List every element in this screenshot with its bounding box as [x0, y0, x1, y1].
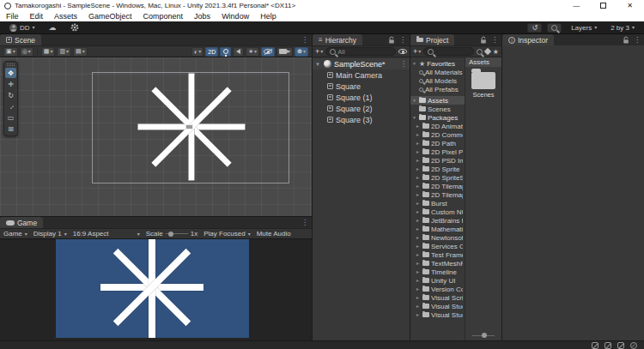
package-row[interactable]: ► 2D Tilemap Editor [410, 182, 465, 190]
menu-item[interactable]: Assets [54, 12, 77, 21]
expand-arrow-icon[interactable]: ► [416, 209, 421, 214]
camera-gizmo-icon[interactable] [185, 124, 193, 129]
expand-arrow-icon[interactable]: ▼ [412, 115, 417, 120]
package-row[interactable]: ► Timeline [410, 268, 465, 276]
tab-game[interactable]: Game [0, 217, 43, 228]
hierarchy-item[interactable]: Square [313, 81, 410, 92]
lock-icon[interactable] [388, 36, 395, 45]
close-button[interactable]: ✕ [627, 3, 633, 9]
global-search-button[interactable] [547, 23, 562, 33]
expand-arrow-icon[interactable]: ► [416, 304, 421, 309]
package-row[interactable]: ► Mathematics [410, 225, 465, 233]
expand-arrow-icon[interactable]: ► [416, 286, 421, 292]
hierarchy-item[interactable]: Main Camera [313, 69, 410, 81]
tool-handle-rotation-dropdown[interactable]: ◎▾ [20, 47, 33, 57]
expand-arrow-icon[interactable]: ► [416, 312, 421, 317]
menu-item[interactable]: Jobs [194, 12, 210, 21]
package-row[interactable]: ► TextMeshPro [410, 259, 465, 268]
cloud-button[interactable]: ☁ [45, 23, 61, 33]
package-row[interactable]: ► 2D Path [410, 139, 465, 147]
package-row[interactable]: ► 2D PSD Importer [410, 156, 465, 165]
expand-arrow-icon[interactable]: ► [416, 123, 421, 129]
menu-item[interactable]: Help [260, 12, 276, 21]
expand-arrow-icon[interactable]: ► [416, 295, 421, 300]
view-hand-tool-button[interactable]: ✥ [5, 68, 16, 78]
notification-muted-icon-2[interactable] [605, 342, 611, 349]
package-row[interactable]: ► 2D Sprite [410, 165, 465, 173]
expand-arrow-icon[interactable]: ► [416, 218, 421, 223]
scene-visibility-toggle[interactable] [261, 47, 275, 57]
assets-root-row[interactable]: ▼ Assets [410, 96, 465, 105]
transform-tool-button[interactable]: ⊞ [5, 123, 16, 134]
favorites-header-row[interactable]: ▼ ★ Favorites [410, 59, 465, 68]
project-search-input[interactable] [423, 47, 474, 56]
scale-slider-track[interactable] [166, 233, 188, 234]
package-row[interactable]: ► 2D Tilemap Extras [410, 190, 465, 199]
package-row[interactable]: ► Visual Studio Editor [410, 310, 465, 319]
package-row[interactable]: ► 2D Common [410, 130, 465, 139]
scenes-folder-icon[interactable] [471, 72, 495, 89]
snap-settings-dropdown[interactable]: ▥▾ [57, 47, 71, 57]
expand-arrow-icon[interactable]: ► [416, 184, 421, 189]
package-row[interactable]: ► 2D SpriteShape [410, 173, 465, 182]
scene-menu-kebab-icon[interactable]: ⋮ [301, 37, 308, 44]
account-dropdown[interactable]: DD ▾ [5, 23, 39, 33]
expand-arrow-icon[interactable]: ► [416, 226, 421, 232]
undo-history-button[interactable]: ↺ [527, 23, 542, 33]
expand-arrow-icon[interactable]: ► [416, 201, 421, 206]
scale-slider-thumb[interactable] [168, 232, 173, 237]
expand-arrow-icon[interactable]: ► [416, 252, 421, 257]
mute-audio-button[interactable]: Mute Audio [257, 230, 291, 238]
package-row[interactable]: ► 2D Pixel Perfect [410, 147, 465, 156]
draw-mode-dropdown[interactable]: ◐▾ [191, 47, 204, 57]
lock-icon[interactable] [480, 36, 487, 45]
play-focused-dropdown[interactable]: Play Focused▾ [204, 230, 250, 238]
search-by-label-icon[interactable] [484, 48, 491, 55]
menu-item[interactable]: Component [143, 12, 184, 21]
search-by-type-icon[interactable] [477, 49, 483, 55]
effects-dropdown[interactable]: ∗▾ [246, 47, 259, 57]
expand-arrow-icon[interactable]: ► [416, 132, 421, 137]
display-dropdown[interactable]: Display 1▾ [33, 230, 67, 238]
package-row[interactable]: ► Custom NUnit [410, 208, 465, 216]
package-row[interactable]: ► 2D Animation [410, 122, 465, 130]
expand-arrow-icon[interactable]: ► [416, 175, 421, 180]
create-object-button[interactable]: +▾ [315, 47, 323, 56]
package-row[interactable]: ► Services Core [410, 242, 465, 250]
package-row[interactable]: ► Test Framework [410, 250, 465, 259]
2d-mode-toggle[interactable]: 2D [205, 47, 218, 57]
services-settings-button[interactable] [66, 23, 83, 33]
palette-grip-handle[interactable] [7, 63, 15, 66]
package-row[interactable]: ► Visual Scripting [410, 293, 465, 302]
tab-scene[interactable]: Scene [0, 34, 41, 45]
asset-grid[interactable]: Scenes [465, 67, 501, 330]
scene-lighting-toggle[interactable] [220, 47, 231, 57]
aspect-ratio-dropdown[interactable]: 16:9 Aspect▾ [73, 230, 140, 238]
favorites-item-row[interactable]: All Materials [410, 68, 465, 76]
scale-tool-button[interactable]: ↔ [5, 101, 16, 111]
expand-arrow-icon[interactable]: ▼ [412, 61, 417, 66]
scene-options-kebab-icon[interactable]: ⋮ [400, 61, 407, 68]
expand-arrow-icon[interactable]: ▼ [315, 62, 321, 67]
notification-muted-icon-3[interactable] [617, 342, 624, 349]
menu-item[interactable]: File [6, 12, 19, 21]
snap-increment-dropdown[interactable]: ▤▾ [73, 47, 88, 57]
tool-handle-position-dropdown[interactable]: ▣▾ [3, 47, 18, 57]
camera-settings-dropdown[interactable]: ▾ [276, 47, 293, 57]
create-asset-button[interactable]: +▾ [413, 47, 421, 56]
move-tool-button[interactable]: ✛ [5, 79, 16, 89]
expand-arrow-icon[interactable]: ► [416, 141, 421, 146]
tab-hierarchy[interactable]: ≡ Hierarchy [313, 34, 362, 45]
expand-arrow-icon[interactable]: ► [416, 158, 421, 163]
package-row[interactable]: ► Newtonsoft Json [410, 233, 465, 242]
tab-inspector[interactable]: i Inspector [502, 34, 554, 45]
menu-item[interactable]: Edit [30, 12, 44, 21]
expand-arrow-icon[interactable]: ► [416, 244, 421, 249]
assets-child-row[interactable]: Scenes [410, 105, 465, 113]
picker-visibility-icon[interactable] [398, 49, 407, 54]
expand-arrow-icon[interactable]: ▼ [412, 98, 417, 103]
lock-icon[interactable] [623, 36, 629, 45]
expand-arrow-icon[interactable]: ► [416, 269, 421, 274]
layout-dropdown[interactable]: 2 by 3 ▾ [606, 23, 639, 33]
hierarchy-item[interactable]: Square (2) [313, 103, 410, 114]
